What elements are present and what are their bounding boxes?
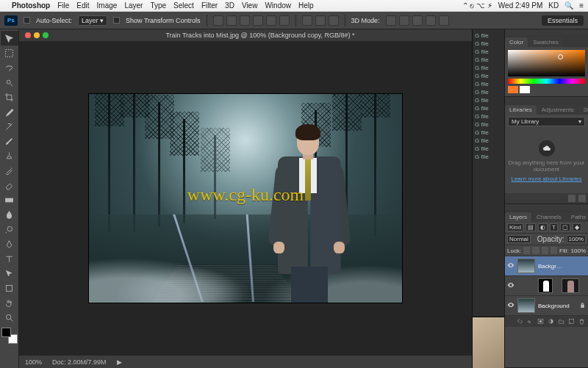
path-select-tool[interactable]: [1, 266, 18, 281]
layer-name[interactable]: Background: [538, 303, 576, 309]
brush-tool[interactable]: [1, 134, 18, 148]
canvas[interactable]: www.cg-ku.com: [89, 94, 402, 303]
layer-thumbnail[interactable]: [562, 278, 579, 293]
eyedropper-tool[interactable]: [1, 104, 18, 119]
layer-fx-icon[interactable]: fx: [526, 317, 534, 325]
layer-row[interactable]: Background: [505, 296, 588, 316]
adjustment-layer-icon[interactable]: [547, 317, 555, 325]
3d-menu[interactable]: 3D: [225, 1, 234, 10]
layer-filter-icon[interactable]: ◆: [573, 223, 581, 231]
auto-select-checkbox[interactable]: [24, 17, 30, 24]
doc-size[interactable]: Doc: 2.00M/7.99M: [52, 358, 107, 366]
help-menu[interactable]: Help: [298, 1, 314, 10]
layer-menu[interactable]: Layer: [124, 1, 143, 10]
lock-pixels-icon[interactable]: [532, 247, 539, 254]
ps-home-icon[interactable]: Ps: [4, 15, 18, 26]
quick-select-tool[interactable]: [1, 75, 18, 90]
align-bottom-icon[interactable]: [279, 15, 290, 26]
shape-tool[interactable]: [1, 281, 18, 295]
minimize-window-icon[interactable]: [34, 32, 40, 38]
layer-thumbnail[interactable]: [517, 298, 535, 313]
document-tab[interactable]: Train Tracks into Mist.jpg @ 100% (Backg…: [165, 32, 354, 39]
tab-styles[interactable]: Styles: [579, 105, 588, 115]
lock-position-icon[interactable]: [542, 247, 548, 254]
3d-pan-icon[interactable]: [412, 15, 423, 26]
show-transform-checkbox[interactable]: [113, 17, 120, 24]
align-center-v-icon[interactable]: [266, 15, 276, 26]
group-icon[interactable]: [557, 317, 565, 325]
trash-icon[interactable]: [578, 317, 586, 325]
hue-slider[interactable]: [508, 79, 585, 84]
tab-layers[interactable]: Layers: [505, 212, 531, 222]
tab-libraries[interactable]: Libraries: [505, 105, 537, 115]
user-menu[interactable]: KD: [548, 1, 559, 10]
3d-slide-icon[interactable]: [426, 15, 436, 26]
spotlight-icon[interactable]: 🔍: [564, 1, 573, 10]
align-top-icon[interactable]: [253, 15, 263, 26]
previous-color-swatch[interactable]: [520, 86, 530, 93]
layer-mask-icon[interactable]: [537, 317, 545, 325]
window-menu[interactable]: Window: [265, 1, 291, 10]
clock[interactable]: Wed 2:49 PM: [498, 1, 542, 10]
history-brush-tool[interactable]: [1, 163, 18, 178]
zoom-level[interactable]: 100%: [25, 358, 42, 366]
layer-filter-icon[interactable]: T: [550, 223, 558, 231]
image-menu[interactable]: Image: [97, 1, 118, 10]
align-left-icon[interactable]: [213, 15, 223, 26]
3d-orbit-icon[interactable]: [386, 15, 396, 26]
color-field[interactable]: [508, 50, 585, 76]
layer-name[interactable]: Backgr…: [538, 263, 586, 270]
hand-tool[interactable]: [1, 295, 18, 310]
visibility-toggle-icon[interactable]: [507, 281, 514, 290]
lock-all-icon[interactable]: [551, 247, 557, 254]
menubar-status-icons[interactable]: ⌃ ⎋ ⌥ ⚡︎: [462, 1, 492, 10]
library-trash-icon[interactable]: [578, 195, 586, 202]
distribute-h-icon[interactable]: [302, 15, 312, 26]
tab-channels[interactable]: Channels: [532, 212, 566, 222]
type-menu[interactable]: Type: [150, 1, 166, 10]
zoom-window-icon[interactable]: [43, 32, 49, 38]
visibility-toggle-icon[interactable]: [507, 261, 514, 270]
opacity-value[interactable]: 100%: [567, 235, 586, 243]
lock-transparency-icon[interactable]: [523, 247, 530, 254]
lasso-tool[interactable]: [1, 60, 18, 75]
healing-brush-tool[interactable]: [1, 119, 18, 134]
3d-roll-icon[interactable]: [399, 15, 409, 26]
visibility-toggle-icon[interactable]: [507, 301, 514, 310]
layer-row[interactable]: [505, 276, 588, 296]
tab-color[interactable]: Color: [505, 37, 528, 47]
tab-swatches[interactable]: Swatches: [528, 37, 563, 47]
filter-menu[interactable]: Filter: [201, 1, 218, 10]
foreground-color-swatch[interactable]: [1, 328, 11, 337]
layer-filter-icon[interactable]: ◐: [538, 223, 548, 231]
library-dropdown[interactable]: My Library▾: [508, 117, 585, 126]
layer-row[interactable]: Backgr…: [505, 256, 588, 276]
3d-zoom-icon[interactable]: [439, 15, 449, 26]
align-right-icon[interactable]: [240, 15, 250, 26]
libraries-learn-more-link[interactable]: Learn more about Libraries: [511, 176, 581, 182]
notification-center-icon[interactable]: ≡: [579, 1, 584, 10]
app-menu[interactable]: Photoshop: [12, 1, 50, 10]
link-layers-icon[interactable]: [516, 317, 524, 325]
distribute-v-icon[interactable]: [315, 15, 326, 26]
close-window-icon[interactable]: [25, 32, 31, 38]
color-swatches[interactable]: [1, 328, 18, 344]
layer-filter-icon[interactable]: ▢: [560, 223, 570, 231]
blur-tool[interactable]: [1, 207, 18, 222]
marquee-tool[interactable]: [1, 46, 18, 60]
tab-adjustments[interactable]: Adjustments: [537, 105, 578, 115]
layer-thumbnail[interactable]: [517, 259, 535, 273]
align-center-h-icon[interactable]: [226, 15, 237, 26]
pen-tool[interactable]: [1, 237, 18, 251]
blend-mode-dropdown[interactable]: Normal: [507, 235, 531, 243]
layer-mask-thumbnail[interactable]: [538, 278, 553, 293]
current-color-swatch[interactable]: [508, 86, 518, 93]
canvas-viewport[interactable]: www.cg-ku.com: [19, 41, 472, 355]
crop-tool[interactable]: [1, 90, 18, 104]
view-menu[interactable]: View: [242, 1, 258, 10]
fill-value[interactable]: 100%: [571, 248, 586, 254]
library-add-icon[interactable]: [568, 195, 576, 202]
move-tool[interactable]: [1, 31, 18, 46]
layer-filter-icon[interactable]: ▤: [526, 223, 536, 231]
gradient-tool[interactable]: [1, 192, 18, 207]
